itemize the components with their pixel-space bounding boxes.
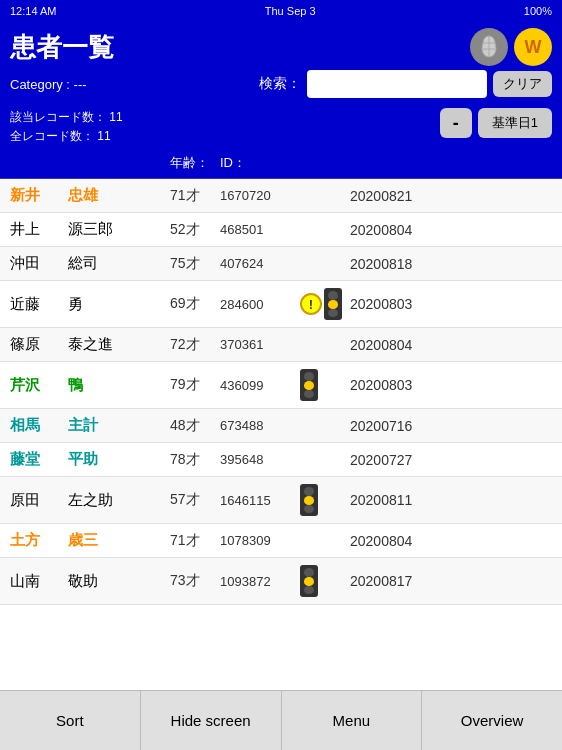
- patient-list: 新井 忠雄 71才 1670720 20200821 井上 源三郎 52才 46…: [0, 179, 562, 709]
- family-name: 山南: [10, 572, 60, 591]
- patient-name: 井上 源三郎: [10, 220, 170, 239]
- category-label: Category : ---: [10, 77, 87, 92]
- given-name: 主計: [68, 416, 170, 435]
- header: 患者一覧 W Category : --- 検索： クリア: [0, 22, 562, 106]
- given-name: 平助: [68, 450, 170, 469]
- given-name: 敬助: [68, 572, 170, 591]
- patient-date: 20200817: [350, 573, 552, 589]
- given-name: 源三郎: [68, 220, 170, 239]
- patient-age: 48才: [170, 417, 220, 435]
- status-day: Thu Sep 3: [265, 5, 316, 17]
- patient-id: 1670720: [220, 188, 300, 203]
- patient-age: 69才: [170, 295, 220, 313]
- total-record-count: 全レコード数： 11: [10, 127, 430, 146]
- patient-flags: [300, 369, 350, 401]
- table-row[interactable]: 原田 左之助 57才 1646115 20200811: [0, 477, 562, 524]
- given-name: 総司: [68, 254, 170, 273]
- button-group: - 基準日1: [440, 108, 552, 138]
- patient-name: 篠原 泰之進: [10, 335, 170, 354]
- clear-button[interactable]: クリア: [493, 71, 552, 97]
- given-name: 歳三: [68, 531, 170, 550]
- profile-icon[interactable]: [470, 28, 508, 66]
- patient-age: 79才: [170, 376, 220, 394]
- search-input[interactable]: [307, 70, 487, 98]
- given-name: 鴨: [68, 376, 170, 395]
- patient-id: 1078309: [220, 533, 300, 548]
- patient-name: 近藤 勇: [10, 295, 170, 314]
- given-name: 泰之進: [68, 335, 170, 354]
- family-name: 土方: [10, 531, 60, 550]
- patient-age: 52才: [170, 221, 220, 239]
- table-row[interactable]: 山南 敬助 73才 1093872 20200817: [0, 558, 562, 605]
- traffic-light-icon: [300, 484, 318, 516]
- patient-name: 原田 左之助: [10, 491, 170, 510]
- patient-date: 20200803: [350, 296, 552, 312]
- patient-age: 75才: [170, 255, 220, 273]
- sub-header: 該当レコード数： 11 全レコード数： 11 - 基準日1: [0, 106, 562, 152]
- table-row[interactable]: 篠原 泰之進 72才 370361 20200804: [0, 328, 562, 362]
- patient-date: 20200804: [350, 222, 552, 238]
- table-row[interactable]: 近藤 勇 69才 284600 ! 20200803: [0, 281, 562, 328]
- patient-flags: [300, 565, 350, 597]
- patient-date: 20200716: [350, 418, 552, 434]
- menu-button[interactable]: Menu: [282, 691, 423, 750]
- given-name: 忠雄: [68, 186, 170, 205]
- table-row[interactable]: 土方 歳三 71才 1078309 20200804: [0, 524, 562, 558]
- family-name: 井上: [10, 220, 60, 239]
- patient-name: 相馬 主計: [10, 416, 170, 435]
- patient-age: 78才: [170, 451, 220, 469]
- patient-date: 20200821: [350, 188, 552, 204]
- table-row[interactable]: 藤堂 平助 78才 395648 20200727: [0, 443, 562, 477]
- patient-id: 370361: [220, 337, 300, 352]
- table-row[interactable]: 沖田 総司 75才 407624 20200818: [0, 247, 562, 281]
- patient-date: 20200811: [350, 492, 552, 508]
- given-name: 左之助: [68, 491, 170, 510]
- patient-date: 20200803: [350, 377, 552, 393]
- patient-id: 1093872: [220, 574, 300, 589]
- kijunbi-button[interactable]: 基準日1: [478, 108, 552, 138]
- search-row: Category : --- 検索： クリア: [10, 70, 552, 98]
- overview-button[interactable]: Overview: [422, 691, 562, 750]
- family-name: 相馬: [10, 416, 60, 435]
- status-battery: 100%: [524, 5, 552, 17]
- traffic-light-icon: [300, 565, 318, 597]
- patient-id: 407624: [220, 256, 300, 271]
- family-name: 近藤: [10, 295, 60, 314]
- col-header-age: 年齢：: [170, 154, 220, 172]
- status-bar: 12:14 AM Thu Sep 3 100%: [0, 0, 562, 22]
- patient-id: 468501: [220, 222, 300, 237]
- warning-icon: !: [300, 293, 322, 315]
- search-label: 検索：: [259, 75, 301, 93]
- table-row[interactable]: 芹沢 鴨 79才 436099 20200803: [0, 362, 562, 409]
- column-header: 年齢： ID：: [0, 152, 562, 179]
- header-top: 患者一覧 W: [10, 28, 552, 66]
- patient-age: 72才: [170, 336, 220, 354]
- patient-date: 20200727: [350, 452, 552, 468]
- minus-button[interactable]: -: [440, 108, 472, 138]
- patient-id: 1646115: [220, 493, 300, 508]
- patient-age: 71才: [170, 532, 220, 550]
- family-name: 原田: [10, 491, 60, 510]
- status-time: 12:14 AM: [10, 5, 56, 17]
- patient-id: 673488: [220, 418, 300, 433]
- family-name: 新井: [10, 186, 60, 205]
- table-row[interactable]: 相馬 主計 48才 673488 20200716: [0, 409, 562, 443]
- user-icon[interactable]: W: [514, 28, 552, 66]
- hide-screen-button[interactable]: Hide screen: [141, 691, 282, 750]
- table-row[interactable]: 井上 源三郎 52才 468501 20200804: [0, 213, 562, 247]
- given-name: 勇: [68, 295, 170, 314]
- sort-button[interactable]: Sort: [0, 691, 141, 750]
- patient-name: 新井 忠雄: [10, 186, 170, 205]
- patient-id: 395648: [220, 452, 300, 467]
- patient-name: 沖田 総司: [10, 254, 170, 273]
- table-row[interactable]: 新井 忠雄 71才 1670720 20200821: [0, 179, 562, 213]
- traffic-light-icon: [300, 369, 318, 401]
- patient-date: 20200804: [350, 337, 552, 353]
- patient-name: 芹沢 鴨: [10, 376, 170, 395]
- patient-date: 20200804: [350, 533, 552, 549]
- patient-flags: [300, 484, 350, 516]
- patient-age: 71才: [170, 187, 220, 205]
- col-header-id: ID：: [220, 154, 300, 172]
- patient-name: 山南 敬助: [10, 572, 170, 591]
- patient-name: 藤堂 平助: [10, 450, 170, 469]
